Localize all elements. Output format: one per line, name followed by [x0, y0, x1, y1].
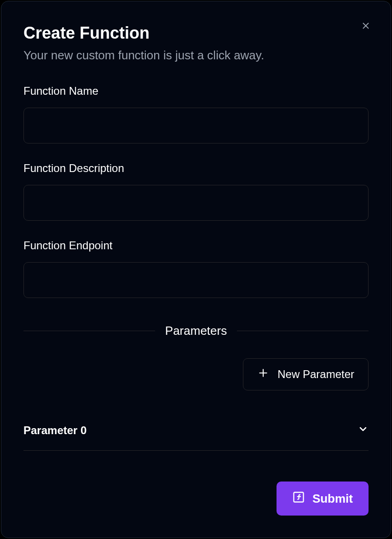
function-name-label: Function Name [23, 85, 369, 97]
parameter-item-label: Parameter 0 [23, 424, 86, 437]
function-endpoint-input[interactable] [23, 262, 369, 298]
function-name-input[interactable] [23, 108, 369, 143]
divider-line-right [237, 331, 369, 331]
parameter-accordion-item[interactable]: Parameter 0 [23, 411, 369, 451]
function-description-input[interactable] [23, 185, 369, 221]
new-parameter-label: New Parameter [277, 368, 354, 381]
parameters-divider-label: Parameters [155, 324, 237, 338]
parameters-divider: Parameters [23, 324, 369, 338]
dialog-subtitle: Your new custom function is just a click… [23, 48, 369, 63]
submit-button[interactable]: Submit [277, 482, 369, 516]
function-name-group: Function Name [23, 85, 369, 143]
close-icon [361, 21, 371, 32]
function-icon [292, 491, 305, 507]
dialog-footer: Submit [277, 482, 369, 516]
parameter-actions: New Parameter [23, 358, 369, 390]
function-endpoint-label: Function Endpoint [23, 239, 369, 252]
create-function-dialog: Create Function Your new custom function… [1, 1, 391, 538]
dialog-title: Create Function [23, 23, 369, 43]
divider-line-left [23, 331, 155, 331]
new-parameter-button[interactable]: New Parameter [243, 358, 369, 390]
close-button[interactable] [358, 19, 373, 34]
function-description-group: Function Description [23, 162, 369, 221]
chevron-down-icon [357, 424, 369, 437]
plus-icon [257, 367, 269, 382]
function-endpoint-group: Function Endpoint [23, 239, 369, 298]
submit-label: Submit [312, 492, 353, 506]
function-description-label: Function Description [23, 162, 369, 175]
